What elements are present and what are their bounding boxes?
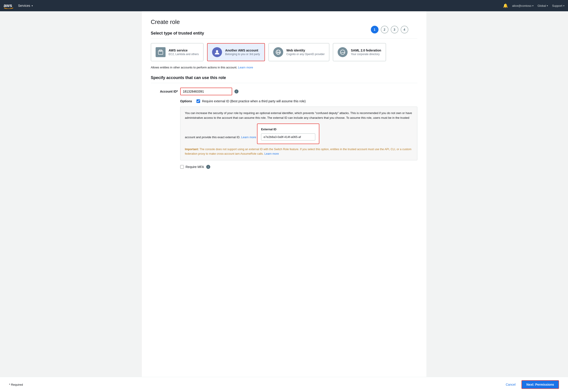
entity-card-aws-service[interactable]: AWS service EC2, Lambda and others — [151, 43, 203, 61]
section2-divider — [151, 83, 417, 83]
support-label: Support — [552, 4, 562, 7]
nav-right-section: 🔔 alice@contoso ▾ Global ▾ Support ▾ — [503, 3, 564, 8]
external-id-info-box: You can increase the security of your ro… — [180, 107, 417, 160]
region-menu[interactable]: Global ▾ — [538, 4, 548, 7]
services-label: Services — [18, 4, 30, 7]
important-text-body: The console does not support using an ex… — [185, 148, 412, 155]
user-menu[interactable]: alice@contoso ▾ — [512, 4, 533, 7]
another-account-title: Another AWS account — [225, 49, 260, 52]
page-title: Create role — [151, 18, 180, 26]
next-permissions-button[interactable]: Next: Permissions — [522, 380, 559, 381]
bottom-bar: * Required Cancel Next: Permissions — [0, 377, 568, 381]
saml-federation-subtitle: Your corporate directory — [351, 53, 381, 56]
account-info-text: Allows entities in other accounts to per… — [151, 66, 417, 69]
top-navigation: aws Services ▾ 🔔 alice@contoso ▾ Global … — [0, 0, 568, 11]
external-id-input[interactable] — [261, 133, 315, 140]
important-prefix: Important: — [185, 148, 199, 151]
wizard-step-3[interactable]: 3 — [391, 26, 398, 33]
entity-card-saml-federation[interactable]: SAML SAML 2.0 federation Your corporate … — [333, 43, 386, 61]
page-header: Create role 1 2 3 4 — [151, 18, 417, 31]
aws-service-title: AWS service — [169, 49, 199, 52]
account-id-row: Account ID* i — [151, 88, 417, 95]
another-account-subtitle: Belonging to you or 3rd party — [225, 53, 260, 56]
services-menu[interactable]: Services ▾ — [18, 4, 33, 7]
require-mfa-row: Require MFA i — [180, 165, 417, 169]
svg-text:SAML: SAML — [341, 52, 346, 53]
svg-text:www: www — [277, 52, 281, 53]
saml-icon: SAML — [338, 47, 348, 57]
web-identity-title: Web identity — [286, 49, 325, 52]
aws-logo[interactable]: aws — [4, 2, 14, 9]
require-external-id-checkbox[interactable] — [197, 99, 200, 103]
services-caret-icon: ▾ — [32, 4, 33, 7]
require-mfa-checkbox[interactable] — [180, 165, 184, 169]
entity-card-another-aws-account[interactable]: Another AWS account Belonging to you or … — [207, 43, 265, 61]
web-identity-text: Web identity Cognito or any OpenID provi… — [286, 49, 325, 56]
bottom-buttons: Cancel Next: Permissions — [502, 380, 559, 381]
region-caret-icon: ▾ — [547, 4, 548, 7]
region-label: Global — [538, 4, 546, 7]
specify-section: Specify accounts that can use this role … — [151, 75, 417, 169]
another-account-icon — [212, 47, 222, 57]
aws-service-icon — [156, 47, 166, 57]
wizard-step-4[interactable]: 4 — [401, 26, 408, 33]
main-content: Create role 1 2 3 4 Select type of trust… — [142, 11, 426, 381]
account-info-learn-more-link[interactable]: Learn more — [238, 66, 253, 69]
another-account-text: Another AWS account Belonging to you or … — [225, 49, 260, 56]
options-label: Options — [180, 99, 192, 103]
external-id-box: External ID — [257, 124, 319, 144]
aws-service-subtitle: EC2, Lambda and others — [169, 53, 199, 56]
user-caret-icon: ▾ — [532, 4, 533, 7]
require-external-id-checkbox-label[interactable]: Require external ID (Best practice when … — [197, 99, 306, 103]
account-id-label: Account ID* — [151, 90, 178, 93]
external-id-label: External ID — [261, 127, 315, 132]
account-id-info-icon[interactable]: i — [234, 89, 239, 94]
wizard-steps: 1 2 3 4 — [371, 26, 408, 33]
require-mfa-label: Require MFA — [186, 165, 204, 169]
require-external-id-label: Require external ID (Best practice when … — [202, 99, 306, 103]
section2-title: Specify accounts that can use this role — [151, 75, 417, 80]
options-row: Options Require external ID (Best practi… — [151, 99, 417, 103]
important-warning: Important: The console does not support … — [185, 147, 413, 156]
important-learn-more-link[interactable]: Learn more — [264, 152, 279, 155]
info-box-learn-more-link[interactable]: Learn more — [241, 135, 256, 139]
wizard-step-1[interactable]: 1 — [371, 26, 379, 33]
saml-federation-title: SAML 2.0 federation — [351, 49, 381, 52]
aws-service-text: AWS service EC2, Lambda and others — [169, 49, 199, 56]
require-mfa-info-icon[interactable]: i — [206, 165, 210, 169]
svg-point-3 — [216, 50, 218, 52]
account-id-input[interactable] — [180, 88, 232, 95]
user-label: alice@contoso — [512, 4, 531, 7]
support-caret-icon: ▾ — [563, 4, 564, 7]
entity-card-web-identity[interactable]: www Web identity Cognito or any OpenID p… — [269, 43, 329, 61]
section1-divider — [151, 38, 417, 39]
svg-text:aws: aws — [4, 3, 12, 8]
web-identity-icon: www — [273, 47, 283, 57]
wizard-step-2[interactable]: 2 — [381, 26, 388, 33]
entity-cards-container: AWS service EC2, Lambda and others Anoth… — [151, 43, 417, 61]
saml-federation-text: SAML 2.0 federation Your corporate direc… — [351, 49, 381, 56]
support-menu[interactable]: Support ▾ — [552, 4, 564, 7]
notifications-bell-icon[interactable]: 🔔 — [503, 3, 508, 8]
web-identity-subtitle: Cognito or any OpenID provider — [286, 53, 325, 56]
